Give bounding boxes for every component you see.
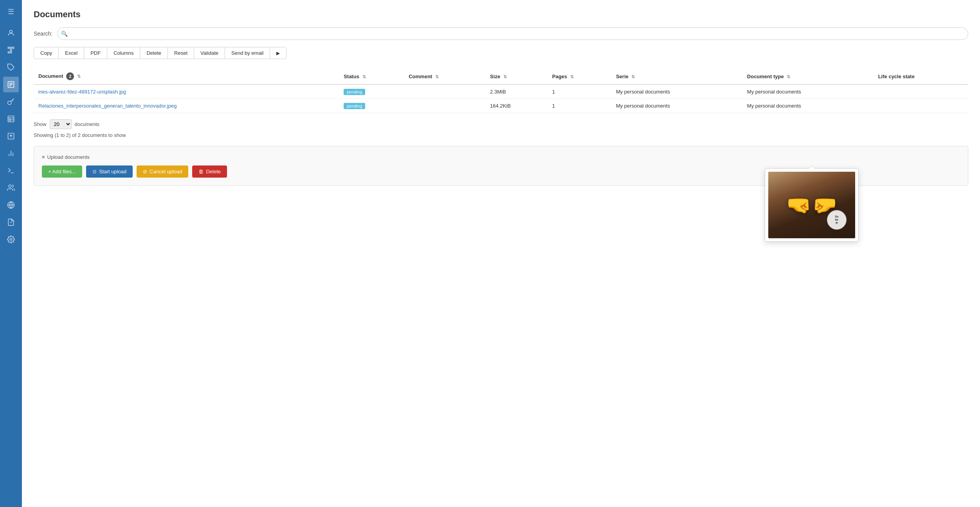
cancel-upload-button[interactable]: ⊘ Cancel upload [137, 165, 188, 178]
page-title: Documents [34, 9, 968, 20]
pagination-row: Show 20 50 100 documents [34, 119, 968, 129]
cell-document-type: My personal documents [742, 84, 874, 99]
preview-popup: 🤜🤛 Goforit! [765, 168, 859, 242]
search-label: Search: [34, 31, 52, 37]
copy-button[interactable]: Copy [34, 47, 59, 59]
sidebar-icon-documents[interactable] [3, 77, 19, 92]
svg-rect-6 [10, 52, 11, 53]
cell-document: ines-alvarez-fdez-489172-unsplash.jpg [34, 84, 339, 99]
document-count: 2 [66, 72, 74, 80]
play-button[interactable]: ▶ [270, 48, 286, 59]
status-badge: pending [344, 103, 365, 109]
send-by-email-button[interactable]: Send by email [225, 47, 270, 59]
svg-point-27 [10, 239, 12, 241]
reset-button[interactable]: Reset [168, 47, 194, 59]
sidebar-icon-terminal[interactable] [3, 163, 19, 178]
toolbar: Copy Excel PDF Columns Delete Reset Vali… [34, 47, 286, 59]
col-header-pages[interactable]: Pages ⇅ [548, 68, 611, 84]
col-header-serie[interactable]: Serie ⇅ [611, 68, 742, 84]
svg-rect-1 [8, 47, 9, 49]
cell-comment [404, 99, 485, 113]
sort-status-icon: ⇅ [362, 74, 366, 79]
table-row: ines-alvarez-fdez-489172-unsplash.jpg pe… [34, 84, 968, 99]
sort-comment-icon: ⇅ [435, 74, 439, 79]
pdf-button[interactable]: PDF [84, 47, 107, 59]
sidebar-icon-key[interactable] [3, 94, 19, 110]
sidebar-icon-file[interactable] [3, 214, 19, 230]
validate-button[interactable]: Validate [194, 47, 225, 59]
delete-button[interactable]: Delete [140, 47, 168, 59]
show-select[interactable]: 20 50 100 [50, 119, 72, 129]
col-header-status[interactable]: Status ⇅ [339, 68, 404, 84]
doc-link[interactable]: Relaciones_interpersonales_generan_talen… [38, 103, 177, 109]
start-upload-icon: ⊙ [92, 169, 97, 174]
cell-document-type: My personal documents [742, 99, 874, 113]
upload-title: ≡ Upload documents [42, 154, 960, 160]
delete-label: Delete [206, 169, 221, 174]
cell-comment [404, 84, 485, 99]
sidebar-icon-globe[interactable] [3, 197, 19, 213]
sidebar-icon-upload[interactable] [3, 128, 19, 144]
start-upload-label: Start upload [99, 169, 126, 174]
cell-lifecycle [874, 84, 968, 99]
sort-serie-icon: ⇅ [631, 74, 635, 79]
add-files-button[interactable]: + Add files... [42, 165, 82, 178]
sort-pages-icon: ⇅ [570, 74, 574, 79]
sort-size-icon: ⇅ [503, 74, 507, 79]
delete-icon: 🗑 [198, 169, 204, 174]
sidebar-icon-chart[interactable] [3, 146, 19, 161]
documents-label: documents [75, 121, 100, 127]
sort-document-icon: ⇅ [77, 74, 81, 79]
sidebar-icon-table[interactable] [3, 111, 19, 127]
sidebar: ☰ [0, 0, 22, 507]
preview-image: 🤜🤛 Goforit! [768, 172, 855, 238]
svg-rect-5 [8, 52, 9, 53]
sidebar-icon-user[interactable] [3, 25, 19, 41]
col-header-document[interactable]: Document 2 ⇅ [34, 68, 339, 84]
show-label: Show [34, 121, 47, 127]
svg-rect-3 [13, 47, 14, 49]
cell-size: 164.2KiB [485, 99, 548, 113]
col-document-label: Document [38, 73, 63, 79]
col-header-size[interactable]: Size ⇅ [485, 68, 548, 84]
cell-pages: 1 [548, 84, 611, 99]
sidebar-icon-group[interactable] [3, 180, 19, 196]
main-content: Documents Search: 🔍 Copy Excel PDF Colum… [22, 0, 980, 507]
list-icon: ≡ [42, 154, 45, 160]
svg-point-23 [9, 185, 11, 188]
svg-rect-13 [8, 116, 14, 122]
status-badge: pending [344, 89, 365, 95]
sidebar-icon-network[interactable] [3, 42, 19, 58]
search-input[interactable] [57, 27, 968, 40]
cancel-icon: ⊘ [143, 169, 147, 174]
columns-button[interactable]: Columns [107, 47, 140, 59]
col-header-document-type[interactable]: Document type ⇅ [742, 68, 874, 84]
sidebar-icon-settings[interactable] [3, 232, 19, 247]
col-header-comment[interactable]: Comment ⇅ [404, 68, 485, 84]
menu-icon[interactable]: ☰ [3, 4, 19, 20]
search-row: Search: 🔍 [34, 27, 968, 40]
svg-point-0 [10, 30, 13, 33]
documents-table: Document 2 ⇅ Status ⇅ Comment ⇅ Size ⇅ [34, 68, 968, 113]
cell-status: pending [339, 84, 404, 99]
sidebar-icon-tag[interactable] [3, 59, 19, 75]
showing-text: Showing (1 to 2) of 2 documents to show [34, 132, 968, 138]
sort-doctype-icon: ⇅ [787, 74, 790, 79]
cell-pages: 1 [548, 99, 611, 113]
cell-serie: My personal documents [611, 84, 742, 99]
cell-status: pending [339, 99, 404, 113]
cell-serie: My personal documents [611, 99, 742, 113]
cell-document: Relaciones_interpersonales_generan_talen… [34, 99, 339, 113]
col-header-lifecycle[interactable]: Life cycle state [874, 68, 968, 84]
svg-point-12 [8, 101, 11, 104]
excel-button[interactable]: Excel [59, 47, 84, 59]
cancel-label: Cancel upload [150, 169, 182, 174]
start-upload-button[interactable]: ⊙ Start upload [86, 165, 133, 178]
search-icon: 🔍 [61, 31, 68, 37]
table-row: Relaciones_interpersonales_generan_talen… [34, 99, 968, 113]
doc-link[interactable]: ines-alvarez-fdez-489172-unsplash.jpg [38, 89, 126, 95]
delete-upload-button[interactable]: 🗑 Delete [192, 165, 227, 178]
svg-rect-2 [10, 47, 11, 49]
search-input-wrapper: 🔍 [57, 27, 968, 40]
svg-rect-4 [10, 49, 11, 50]
